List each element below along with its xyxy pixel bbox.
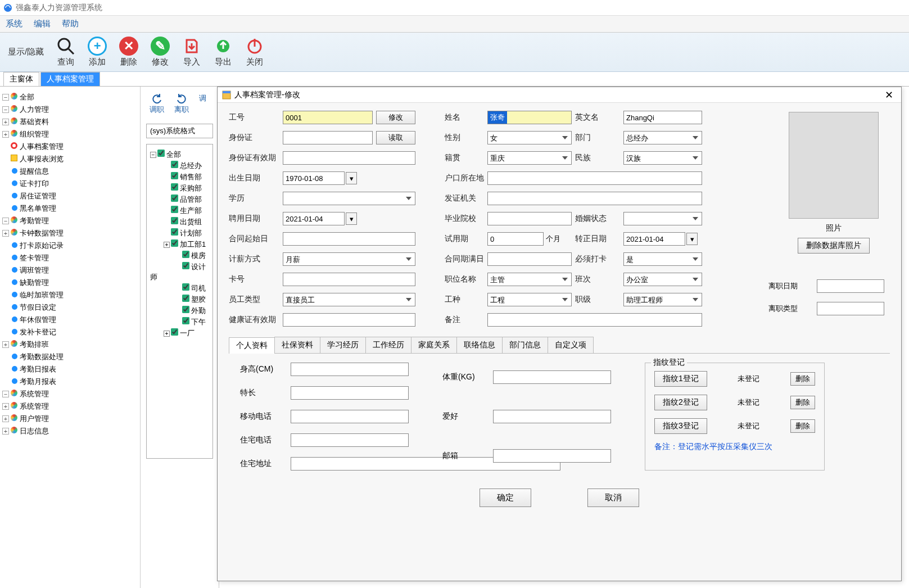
subtab-4[interactable]: 家庭关系 <box>411 337 457 353</box>
btn-modify[interactable]: 修改 <box>376 111 415 124</box>
inp-idvalid[interactable] <box>283 151 415 165</box>
subtab-0[interactable]: 个人资料 <box>229 337 275 354</box>
inp-leavetype[interactable] <box>817 302 884 315</box>
dept-item[interactable]: 总经办 <box>150 160 209 171</box>
inp-specialty[interactable] <box>291 386 409 400</box>
tb-close[interactable]: 关闭 <box>245 37 264 67</box>
inp-email[interactable] <box>493 449 611 463</box>
inp-issuer[interactable] <box>487 192 702 205</box>
dept-item[interactable]: 司机 <box>150 283 209 294</box>
inp-contractstart[interactable] <box>283 232 415 246</box>
menu-system[interactable]: 系统 <box>6 19 22 29</box>
tb-edit[interactable]: ✎ 修改 <box>151 37 170 67</box>
inp-hobby[interactable] <box>493 410 611 423</box>
dept-checkbox[interactable] <box>171 195 178 202</box>
subtab-2[interactable]: 学习经历 <box>320 337 366 353</box>
dept-checkbox[interactable] <box>182 306 189 313</box>
sel-salarytype[interactable]: 月薪 <box>283 252 415 266</box>
subtab-7[interactable]: 自定义项 <box>548 337 594 353</box>
dept-checkbox[interactable] <box>182 251 189 258</box>
sel-emptype[interactable]: 直接员工 <box>283 293 415 306</box>
nav-att-10[interactable]: 考勤数据处理 <box>2 351 138 363</box>
btn-fp2-del[interactable]: 删除 <box>790 396 815 409</box>
inp-mobile[interactable] <box>291 410 409 423</box>
sel-edu[interactable] <box>283 192 415 205</box>
nav-att-8[interactable]: 发补卡登记 <box>2 326 138 338</box>
inp-hire[interactable] <box>283 212 345 225</box>
tb-delete[interactable]: ✕ 删除 <box>119 37 138 67</box>
dept-item[interactable]: 计划部 <box>150 228 209 239</box>
dept-checkbox[interactable] <box>171 206 178 213</box>
dept-item[interactable]: 下午 <box>150 316 209 328</box>
dept-checkbox[interactable] <box>157 150 165 157</box>
dept-checkbox[interactable] <box>171 172 178 179</box>
tb-add[interactable]: + 添加 <box>88 37 107 67</box>
sel-native[interactable]: 重庆 <box>487 151 572 165</box>
calendar-icon[interactable]: ▾ <box>686 233 698 245</box>
nav-hr[interactable]: −人力管理 <box>2 103 138 116</box>
dept-item[interactable]: 出货组 <box>150 216 209 228</box>
nav-hr-4[interactable]: 提醒信息 <box>2 165 138 178</box>
sel-position[interactable]: 主管 <box>487 273 572 286</box>
btn-read[interactable]: 读取 <box>376 131 415 144</box>
nav-hr-6[interactable]: 居住证管理 <box>2 190 138 202</box>
sel-gender[interactable]: 女 <box>487 131 572 144</box>
dept-item[interactable]: 生产部 <box>150 205 209 216</box>
subtab-5[interactable]: 联络信息 <box>456 337 503 353</box>
btn-fp3-del[interactable]: 删除 <box>790 419 815 433</box>
nav-att-4[interactable]: 缺勤管理 <box>2 277 138 289</box>
nav-att-11[interactable]: 考勤日报表 <box>2 363 138 376</box>
show-hide-label[interactable]: 显示/隐藏 <box>8 47 44 57</box>
btn-fp1[interactable]: 指纹1登记 <box>654 371 707 387</box>
nav-root[interactable]: −全部 <box>2 91 138 103</box>
nav-att-2[interactable]: 签卡管理 <box>2 252 138 264</box>
inp-leavedate[interactable] <box>817 279 884 293</box>
tb-export[interactable]: 导出 <box>214 37 233 67</box>
sel-mustclock[interactable]: 是 <box>623 252 702 266</box>
sel-marriage[interactable] <box>623 212 702 225</box>
calendar-icon[interactable]: ▾ <box>346 172 357 184</box>
photo[interactable] <box>789 112 879 219</box>
dept-item[interactable]: 塑胶 <box>150 294 209 305</box>
sel-rank[interactable]: 助理工程师 <box>623 293 702 306</box>
inp-empno[interactable] <box>283 111 373 124</box>
sel-nation[interactable]: 汉族 <box>623 151 702 165</box>
sel-worktype[interactable]: 工程 <box>487 293 572 306</box>
dept-item[interactable]: +一厂 <box>150 328 209 339</box>
sys-format[interactable]: (sys)系统格式 <box>146 124 213 138</box>
nav-att-3[interactable]: 调班管理 <box>2 264 138 277</box>
nav-att-7[interactable]: 年休假管理 <box>2 314 138 326</box>
menu-edit[interactable]: 编辑 <box>34 19 51 29</box>
inp-probation[interactable] <box>487 232 544 246</box>
nav-hr-1[interactable]: +组织管理 <box>2 128 138 141</box>
tb-search[interactable]: 查询 <box>56 37 75 67</box>
tab-hr-archive[interactable]: 人事档案管理 <box>40 72 100 86</box>
inp-regulardate[interactable] <box>623 232 685 246</box>
nav-hr-0[interactable]: +基础资料 <box>2 116 138 128</box>
dept-item[interactable]: 销售部 <box>150 171 209 183</box>
dept-checkbox[interactable] <box>182 295 189 302</box>
btn-fp2[interactable]: 指纹2登记 <box>654 395 707 410</box>
mid-adjust[interactable]: 调 <box>199 93 206 115</box>
nav-sys-2[interactable]: +日志信息 <box>2 425 138 437</box>
dept-checkbox[interactable] <box>171 217 178 224</box>
btn-cancel[interactable]: 取消 <box>587 489 639 507</box>
btn-fp1-del[interactable]: 删除 <box>790 372 815 386</box>
dept-checkbox[interactable] <box>171 161 178 168</box>
inp-birth[interactable] <box>283 171 345 185</box>
sel-dept[interactable]: 总经办 <box>623 131 702 144</box>
inp-enname[interactable] <box>623 111 702 124</box>
calendar-icon[interactable]: ▾ <box>346 212 357 225</box>
nav-att-12[interactable]: 考勤月报表 <box>2 376 138 388</box>
subtab-3[interactable]: 工作经历 <box>365 337 411 353</box>
inp-name-wrap[interactable]: 张奇 <box>487 111 572 124</box>
inp-cardno[interactable] <box>283 273 415 286</box>
tab-main[interactable]: 主窗体 <box>3 72 39 86</box>
inp-hukou[interactable] <box>487 171 702 185</box>
dept-item[interactable]: 设计师 <box>150 261 209 283</box>
dept-item[interactable]: −全部 <box>150 149 209 160</box>
nav-tree[interactable]: −全部 −人力管理 +基础资料 +组织管理 人事档案管理 人事报表浏览 提醒信息… <box>0 87 141 588</box>
nav-att[interactable]: −考勤管理 <box>2 215 138 227</box>
dept-checkbox[interactable] <box>182 317 189 324</box>
inp-homephone[interactable] <box>291 433 409 447</box>
